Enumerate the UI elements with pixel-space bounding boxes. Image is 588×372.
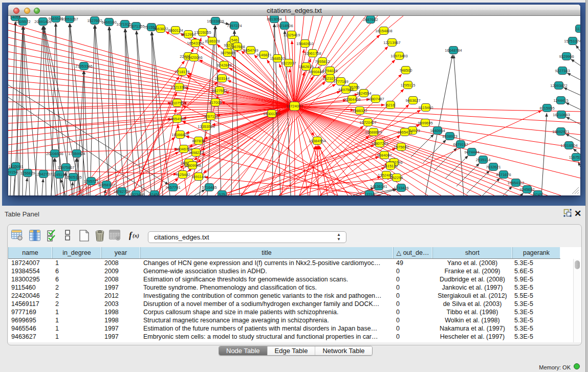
svg-text:10107553: 10107553 <box>168 101 185 105</box>
svg-text:546: 546 <box>231 38 238 42</box>
svg-text:9474444: 9474444 <box>464 150 479 155</box>
svg-text:18724007: 18724007 <box>286 104 303 108</box>
svg-text:9463627: 9463627 <box>405 98 420 103</box>
svg-text:9242848: 9242848 <box>216 63 231 68</box>
svg-text:1295115: 1295115 <box>401 83 416 87</box>
svg-text:2687682: 2687682 <box>363 17 378 22</box>
svg-text:16033809: 16033809 <box>207 19 224 24</box>
svg-text:6794028: 6794028 <box>322 69 337 73</box>
svg-text:1640954: 1640954 <box>430 128 445 133</box>
svg-text:2867608: 2867608 <box>230 45 245 49</box>
svg-text:7663822: 7663822 <box>153 27 168 31</box>
svg-text:11325419: 11325419 <box>284 33 300 37</box>
svg-text:8860124: 8860124 <box>168 28 183 33</box>
svg-text:15720407: 15720407 <box>359 120 376 125</box>
svg-text:2935114: 2935114 <box>476 158 491 162</box>
svg-text:12942737: 12942737 <box>35 172 52 177</box>
svg-text:10973493: 10973493 <box>390 54 407 58</box>
svg-text:10807487: 10807487 <box>367 97 384 101</box>
svg-text:7632621: 7632621 <box>486 165 500 169</box>
svg-text:17359924: 17359924 <box>68 151 85 156</box>
svg-text:3267110: 3267110 <box>204 114 219 119</box>
svg-text:12213369: 12213369 <box>170 85 187 90</box>
svg-text:6497568: 6497568 <box>338 87 353 92</box>
svg-text:252254: 252254 <box>390 176 403 180</box>
svg-text:9245: 9245 <box>534 192 542 196</box>
svg-text:17216: 17216 <box>364 192 375 196</box>
svg-text:18300295: 18300295 <box>263 112 280 116</box>
svg-text:1691144: 1691144 <box>191 174 206 179</box>
svg-text:8322037: 8322037 <box>281 61 296 65</box>
svg-text:12093872: 12093872 <box>550 83 567 88</box>
svg-text:10654112: 10654112 <box>508 181 525 185</box>
svg-text:10958107: 10958107 <box>98 183 115 187</box>
svg-text:19218506: 19218506 <box>276 24 293 28</box>
svg-text:14136141: 14136141 <box>370 184 387 189</box>
svg-text:16154808: 16154808 <box>375 29 392 33</box>
svg-text:8912954: 8912954 <box>181 32 195 37</box>
svg-text:7986322: 7986322 <box>352 108 367 113</box>
svg-text:9245652: 9245652 <box>519 187 534 192</box>
svg-text:15640910: 15640910 <box>296 41 313 46</box>
svg-text:12213967: 12213967 <box>383 40 400 45</box>
svg-text:1527602: 1527602 <box>87 18 102 23</box>
svg-text:13353594: 13353594 <box>198 124 214 129</box>
svg-text:1588520: 1588520 <box>270 56 285 61</box>
svg-text:13975867: 13975867 <box>57 165 74 170</box>
svg-text:1167533: 1167533 <box>569 155 580 160</box>
svg-text:9115460: 9115460 <box>419 105 433 110</box>
svg-text:1112: 1112 <box>576 27 580 31</box>
svg-text:1156829: 1156829 <box>20 171 35 176</box>
svg-text:16210643: 16210643 <box>553 113 570 117</box>
svg-text:13226055: 13226055 <box>194 30 211 35</box>
svg-text:6216: 6216 <box>386 103 395 107</box>
svg-text:19166825: 19166825 <box>171 133 188 137</box>
svg-text:39154: 39154 <box>8 170 17 174</box>
svg-text:2603144: 2603144 <box>214 76 229 81</box>
svg-text:10671355: 10671355 <box>127 24 144 29</box>
svg-text:15751074: 15751074 <box>564 39 580 43</box>
svg-text:2718176: 2718176 <box>175 70 189 74</box>
svg-text:8813054: 8813054 <box>267 17 281 21</box>
svg-text:8186328: 8186328 <box>205 39 220 43</box>
svg-text:3824554: 3824554 <box>356 91 371 96</box>
svg-text:16648784: 16648784 <box>445 48 462 53</box>
svg-text:8454749: 8454749 <box>243 48 258 53</box>
svg-text:1795725: 1795725 <box>83 179 98 184</box>
svg-text:21053346: 21053346 <box>75 64 92 69</box>
svg-text:15692971: 15692971 <box>552 129 569 134</box>
svg-text:9457791: 9457791 <box>165 185 180 190</box>
svg-text:19654998: 19654998 <box>168 117 185 121</box>
svg-text:1615132: 1615132 <box>383 164 398 168</box>
svg-text:1405572: 1405572 <box>15 19 30 24</box>
svg-text:9084067: 9084067 <box>377 153 391 158</box>
svg-text:5716485: 5716485 <box>202 185 216 190</box>
svg-text:7955812: 7955812 <box>315 59 330 64</box>
svg-text:12505135: 12505135 <box>64 175 81 180</box>
svg-text:7625402: 7625402 <box>175 172 190 177</box>
svg-text:16543362: 16543362 <box>187 41 204 46</box>
svg-text:16809948: 16809948 <box>184 163 201 168</box>
svg-text:9699695: 9699695 <box>418 121 432 125</box>
svg-text:417004: 417004 <box>209 100 222 105</box>
svg-text:1975692: 1975692 <box>394 145 408 149</box>
svg-text:10688609: 10688609 <box>365 130 382 135</box>
svg-text:19384554: 19384554 <box>309 139 325 143</box>
svg-text:8990448: 8990448 <box>309 70 323 74</box>
svg-text:9329966: 9329966 <box>559 54 574 59</box>
svg-text:1562615: 1562615 <box>298 64 313 69</box>
svg-text:19323446: 19323446 <box>127 192 144 196</box>
svg-text:22420046: 22420046 <box>185 55 202 60</box>
svg-text:748500: 748500 <box>399 68 412 73</box>
svg-text:1733426: 1733426 <box>394 186 408 190</box>
svg-text:3498222: 3498222 <box>188 150 203 155</box>
svg-text:887833: 887833 <box>192 139 205 143</box>
svg-text:9227343: 9227343 <box>555 69 570 73</box>
svg-text:1965415: 1965415 <box>397 130 412 135</box>
svg-text:6879197: 6879197 <box>453 142 468 147</box>
svg-text:10653267: 10653267 <box>61 17 78 21</box>
svg-text:18807249: 18807249 <box>371 141 388 146</box>
svg-text:20364436: 20364436 <box>343 97 360 102</box>
svg-text:92450: 92450 <box>149 192 160 196</box>
svg-text:8215955: 8215955 <box>539 106 554 111</box>
